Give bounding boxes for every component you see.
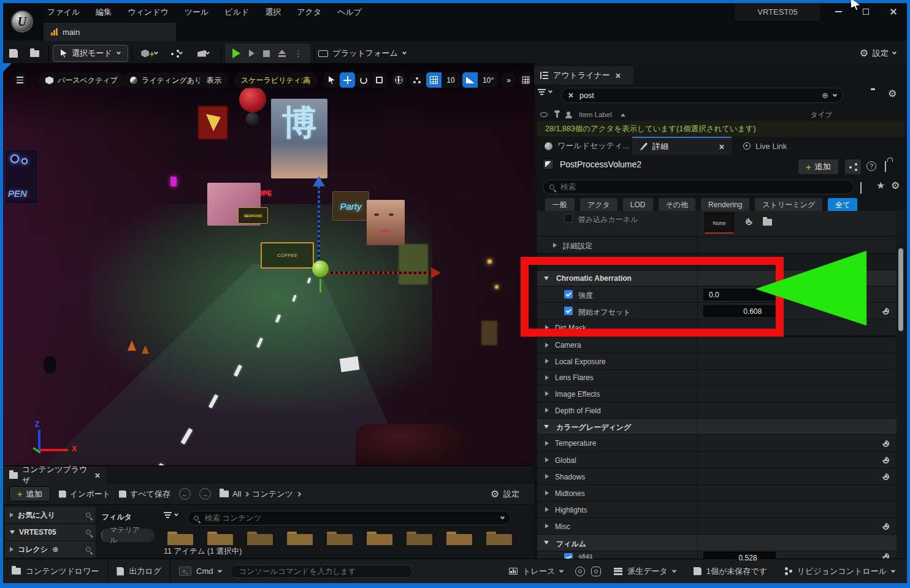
chip-rendering[interactable]: Rendering <box>701 198 749 212</box>
breadcrumb-content[interactable]: コンテンツ <box>252 489 293 500</box>
details-scrollbar-thumb[interactable] <box>898 248 903 331</box>
folder-thumbnail[interactable] <box>207 534 233 545</box>
cb-search-input[interactable] <box>204 513 496 523</box>
rotation-snap-value-dropdown[interactable]: 10° <box>478 72 499 88</box>
translate-tool-button[interactable] <box>340 72 355 88</box>
add-component-button[interactable]: + 追加 <box>798 159 839 175</box>
visibility-column-icon[interactable] <box>540 112 548 117</box>
folder-thumbnail[interactable] <box>167 534 193 545</box>
scalability-warning[interactable]: スケーラビリティ:高 <box>234 72 318 88</box>
search-icon[interactable] <box>86 547 91 552</box>
outliner-search-field[interactable]: ⊕ <box>561 88 843 103</box>
save-all-button[interactable]: すべて保存 <box>119 489 170 500</box>
actor-column-icon[interactable] <box>567 112 570 115</box>
reset-to-default-icon[interactable] <box>881 472 891 482</box>
kernel-asset-thumbnail[interactable]: None <box>705 213 734 234</box>
platforms-dropdown[interactable]: プラットフォーム <box>318 48 406 59</box>
gizmo-z-axis[interactable] <box>318 186 320 267</box>
start-offset-slider[interactable]: 0.608 <box>703 305 776 317</box>
intensity-value-field[interactable]: 0.0 <box>703 289 776 300</box>
row-temperature[interactable]: Temperature <box>537 435 897 452</box>
rotation-snap-toggle[interactable] <box>462 72 478 88</box>
skip-button[interactable] <box>249 50 254 57</box>
folder-thumbnail[interactable] <box>327 534 353 545</box>
cb-filter-dropdown[interactable] <box>164 512 178 518</box>
cinematics-dropdown[interactable] <box>190 44 217 63</box>
menu-build[interactable]: ビルド <box>224 7 249 18</box>
row-dirt-mask[interactable]: Dirt Mask <box>537 319 897 336</box>
reset-to-default-icon[interactable] <box>881 522 891 532</box>
select-tool-button[interactable] <box>324 72 339 88</box>
row-depth-of-field[interactable]: Depth of Field <box>537 402 897 419</box>
folder-thumbnail[interactable] <box>446 534 472 545</box>
section-film[interactable]: フィルム <box>537 535 897 551</box>
tab-details[interactable]: 詳細 <box>632 137 732 155</box>
row-lens-flares[interactable]: Lens Flares <box>537 370 897 386</box>
search-icon[interactable] <box>86 513 91 517</box>
start-offset-checkbox[interactable] <box>564 307 573 315</box>
cb-add-button[interactable]: +追加 <box>9 486 50 502</box>
tab-outliner[interactable]: アウトライナー <box>534 66 633 85</box>
insights-icon[interactable] <box>575 567 585 576</box>
back-button[interactable]: ← <box>179 488 191 500</box>
search-icon[interactable] <box>86 530 91 535</box>
browse-asset-icon[interactable] <box>763 219 772 226</box>
help-button[interactable]: ? <box>866 161 876 171</box>
lock-details-button[interactable] <box>885 161 886 172</box>
favorites-row[interactable]: お気に入り <box>5 507 96 523</box>
details-search-input[interactable] <box>559 182 847 192</box>
viewport-options-button[interactable] <box>12 72 28 88</box>
show-dropdown[interactable]: 表示 <box>199 72 229 88</box>
details-settings-button[interactable]: ⚙ <box>891 181 900 191</box>
project-root-row[interactable]: VRTEST05 <box>5 524 96 540</box>
tab-live-link[interactable]: Live Link <box>736 137 794 155</box>
pin-column-icon[interactable] <box>556 112 558 118</box>
outliner-search-input[interactable] <box>578 91 817 101</box>
rotate-tool-button[interactable] <box>356 72 371 88</box>
close-tab-icon[interactable] <box>94 473 100 478</box>
forward-button[interactable]: → <box>199 488 211 500</box>
menu-file[interactable]: ファイル <box>47 7 80 18</box>
maximize-viewport-button[interactable] <box>518 72 533 88</box>
chip-actor[interactable]: アクタ <box>580 198 618 212</box>
menu-edit[interactable]: 編集 <box>96 7 112 18</box>
tab-world-settings[interactable]: ワールドセッティ... <box>537 137 637 155</box>
plus-circle-icon[interactable]: ⊕ <box>52 545 58 554</box>
view-mode-dropdown[interactable]: ライティングあり <box>123 72 209 88</box>
chip-misc[interactable]: その他 <box>659 198 696 212</box>
close-tab-icon[interactable] <box>615 73 621 78</box>
browse-content-button[interactable] <box>24 44 45 63</box>
chip-all[interactable]: 全て <box>828 198 857 212</box>
details-search-field[interactable] <box>543 180 854 194</box>
row-shadows[interactable]: Shadows <box>537 468 897 485</box>
folder-thumbnail[interactable] <box>287 534 313 545</box>
favorites-button[interactable]: ★ <box>876 181 885 191</box>
row-local-exposure[interactable]: Local Exposure <box>537 353 897 370</box>
stop-button[interactable] <box>263 50 270 57</box>
row-image-effects[interactable]: Image Effects <box>537 386 897 402</box>
use-selected-asset-icon[interactable] <box>744 217 754 227</box>
maximize-button[interactable] <box>855 3 876 20</box>
display-options-button[interactable] <box>860 183 862 194</box>
menu-window[interactable]: ウィンドウ <box>128 7 169 18</box>
gizmo-x-axis[interactable] <box>328 272 432 274</box>
trace-dropdown[interactable]: トレース <box>500 566 572 577</box>
output-log-button[interactable]: 出力ログ <box>108 559 170 583</box>
folder-thumbnail[interactable] <box>486 534 512 545</box>
type-column[interactable]: タイプ <box>811 110 832 120</box>
add-actor-dropdown[interactable]: + <box>136 44 163 63</box>
section-color-grading[interactable]: カラーグレーディング <box>537 419 897 435</box>
menu-actor[interactable]: アクタ <box>297 7 321 18</box>
play-options-button[interactable]: ⋮ <box>294 48 303 58</box>
postprocess-volume-gizmo-sphere[interactable] <box>312 261 329 277</box>
tab-main-level[interactable]: main <box>44 23 176 41</box>
close-button[interactable] <box>883 3 904 20</box>
grid-snap-toggle[interactable] <box>426 72 442 88</box>
eject-button[interactable] <box>278 50 286 57</box>
outliner-filter-dropdown[interactable] <box>538 89 552 95</box>
property-row-intensity[interactable]: 強度 0.0 <box>537 286 897 303</box>
row-highlights[interactable]: Highlights <box>537 502 897 518</box>
tab-content-browser[interactable]: コンテンツブラウザ <box>3 467 106 484</box>
perspective-dropdown[interactable]: パースペクティブ <box>38 72 125 88</box>
gizmo-y-axis[interactable] <box>319 279 321 292</box>
